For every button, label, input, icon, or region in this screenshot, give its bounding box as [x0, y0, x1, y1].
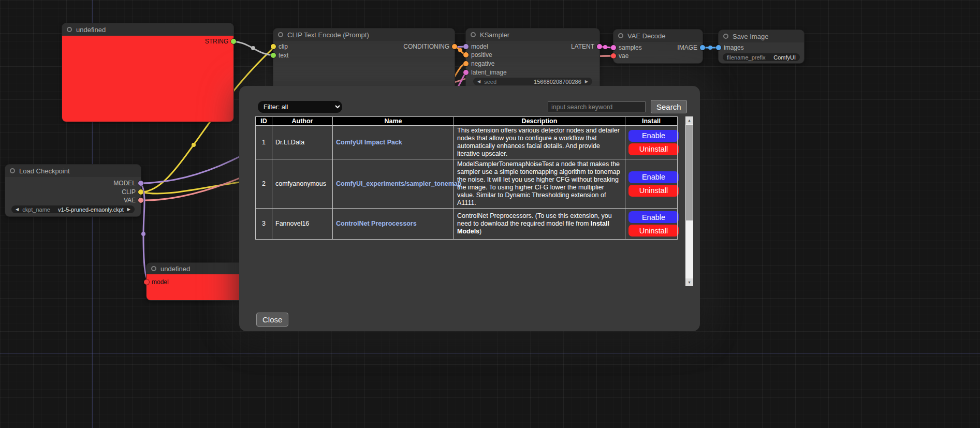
increment-arrow-icon[interactable]: ▶	[585, 79, 588, 84]
images-input-slot[interactable]: images	[719, 44, 744, 51]
negative-input-pin[interactable]	[463, 61, 469, 66]
node-undefined-top[interactable]: undefined STRING	[62, 23, 233, 122]
node-titlebar[interactable]: Load Checkpoint	[5, 165, 141, 177]
node-titlebar[interactable]: undefined	[62, 23, 233, 36]
slot-label: latent_image	[471, 69, 507, 76]
cell-id: 3	[256, 209, 272, 240]
node-titlebar[interactable]: Save Image	[719, 30, 804, 42]
text-input-pin[interactable]	[271, 53, 276, 58]
image-output-pin[interactable]	[700, 45, 705, 50]
collapse-dot-icon[interactable]	[471, 32, 476, 37]
negative-input-slot[interactable]: negative	[466, 60, 494, 67]
string-output-slot[interactable]: STRING	[205, 38, 233, 45]
prev-arrow-icon[interactable]: ◀	[16, 207, 19, 212]
samples-input-pin[interactable]	[611, 45, 616, 50]
node-load-checkpoint[interactable]: Load Checkpoint MODEL CLIP VAE ◀ ckpt_na…	[5, 165, 141, 216]
latent-image-input-pin[interactable]	[463, 70, 469, 75]
cell-name: ComfyUI Impact Pack	[333, 126, 454, 159]
uninstall-button[interactable]: Uninstall	[628, 225, 679, 237]
node-title: CLIP Text Encode (Prompt)	[287, 31, 369, 39]
conditioning-output-slot[interactable]: CONDITIONING	[403, 43, 455, 50]
node-titlebar[interactable]: VAE Decode	[613, 29, 703, 42]
collapse-dot-icon[interactable]	[10, 168, 15, 173]
collapse-dot-icon[interactable]	[67, 27, 72, 32]
collapse-dot-icon[interactable]	[618, 33, 623, 38]
widget-value: 156680208700286	[534, 79, 581, 85]
node-save-image[interactable]: Save Image images filename_prefix ComfyU…	[719, 30, 804, 63]
widget-value: v1-5-pruned-emaonly.ckpt	[58, 206, 124, 213]
slot-label: IMAGE	[677, 44, 697, 51]
latent-output-slot[interactable]: LATENT	[571, 43, 599, 50]
latent-image-input-slot[interactable]: latent_image	[466, 69, 507, 76]
vae-output-pin[interactable]	[138, 198, 143, 203]
uninstall-button[interactable]: Uninstall	[628, 143, 679, 155]
uninstall-button[interactable]: Uninstall	[628, 185, 679, 197]
latent-output-pin[interactable]	[597, 44, 602, 49]
vae-output-slot[interactable]: VAE	[124, 197, 141, 204]
scrollbar-thumb[interactable]	[686, 125, 693, 220]
clip-input-pin[interactable]	[271, 44, 276, 49]
node-graph-canvas[interactable]: undefined STRING CLIP Text Encode (Promp…	[0, 0, 980, 428]
decrement-arrow-icon[interactable]: ◀	[477, 79, 480, 84]
clip-output-slot[interactable]: CLIP	[122, 188, 141, 196]
slot-label: CLIP	[122, 188, 136, 196]
node-vae-decode[interactable]: VAE Decode samples vae IMAGE	[613, 29, 703, 63]
collapse-dot-icon[interactable]	[278, 32, 283, 37]
string-output-pin[interactable]	[231, 39, 236, 44]
clip-input-slot[interactable]: clip	[273, 43, 288, 50]
extension-manager-dialog: Filter: all Search ID Author Name Descri…	[239, 86, 700, 331]
slot-label: clip	[279, 43, 288, 50]
slot-label: model	[152, 278, 169, 286]
enable-button[interactable]: Enable	[628, 130, 679, 142]
filter-select[interactable]: Filter: all	[258, 101, 342, 113]
node-titlebar[interactable]: CLIP Text Encode (Prompt)	[273, 28, 455, 41]
model-output-slot[interactable]: MODEL	[113, 180, 141, 187]
samples-input-slot[interactable]: samples	[613, 44, 642, 51]
search-button[interactable]: Search	[651, 100, 687, 113]
clip-output-pin[interactable]	[138, 189, 143, 195]
extension-table-scroll-area[interactable]: ID Author Name Description Install 1 Dr.…	[255, 116, 693, 286]
model-output-pin[interactable]	[138, 181, 143, 186]
model-input-slot[interactable]: model	[147, 278, 169, 286]
slot-label: MODEL	[113, 180, 136, 187]
table-header-row: ID Author Name Description Install	[256, 117, 678, 126]
search-input[interactable]	[548, 101, 646, 112]
extension-table: ID Author Name Description Install 1 Dr.…	[255, 116, 678, 240]
extension-link[interactable]: ComfyUI_experiments/sampler_tonemap	[336, 180, 461, 187]
node-title: undefined	[160, 265, 190, 273]
image-output-slot[interactable]: IMAGE	[677, 44, 703, 51]
col-header-description: Description	[454, 117, 625, 126]
node-titlebar[interactable]: KSampler	[466, 28, 599, 41]
description-text: )	[479, 228, 481, 235]
slot-label: negative	[471, 60, 494, 67]
positive-input-slot[interactable]: positive	[466, 51, 492, 58]
scroll-down-icon[interactable]: ▼	[685, 278, 693, 286]
vae-input-slot[interactable]: vae	[613, 52, 628, 60]
enable-button[interactable]: Enable	[628, 171, 679, 183]
scroll-up-icon[interactable]: ▲	[685, 116, 693, 124]
model-input-pin[interactable]	[463, 44, 469, 49]
filename-prefix-widget[interactable]: filename_prefix ComfyUI	[723, 53, 800, 61]
ckpt-name-widget[interactable]: ◀ ckpt_name v1-5-pruned-emaonly.ckpt ▶	[11, 205, 135, 213]
next-arrow-icon[interactable]: ▶	[127, 207, 130, 212]
close-button[interactable]: Close	[256, 313, 288, 327]
cell-author: comfyanonymous	[272, 159, 333, 209]
extension-link[interactable]: ComfyUI Impact Pack	[336, 139, 402, 146]
conditioning-output-pin[interactable]	[452, 44, 457, 49]
table-scrollbar[interactable]: ▲ ▼	[685, 116, 693, 286]
cell-install: Enable Uninstall	[625, 126, 678, 159]
images-input-pin[interactable]	[716, 45, 721, 50]
model-input-pin[interactable]	[144, 279, 149, 285]
text-input-slot[interactable]: text	[273, 52, 288, 59]
col-header-id: ID	[256, 117, 272, 126]
positive-input-pin[interactable]	[463, 52, 469, 57]
collapse-dot-icon[interactable]	[723, 34, 728, 39]
collapse-dot-icon[interactable]	[151, 266, 156, 271]
enable-button[interactable]: Enable	[628, 211, 679, 223]
seed-widget[interactable]: ◀ seed 156680208700286 ▶	[473, 78, 592, 85]
extension-link[interactable]: ControlNet Preprocessors	[336, 220, 417, 227]
cell-id: 1	[256, 126, 272, 159]
cell-author: Dr.Lt.Data	[272, 126, 333, 159]
model-input-slot[interactable]: model	[466, 43, 488, 50]
vae-input-pin[interactable]	[611, 53, 616, 58]
